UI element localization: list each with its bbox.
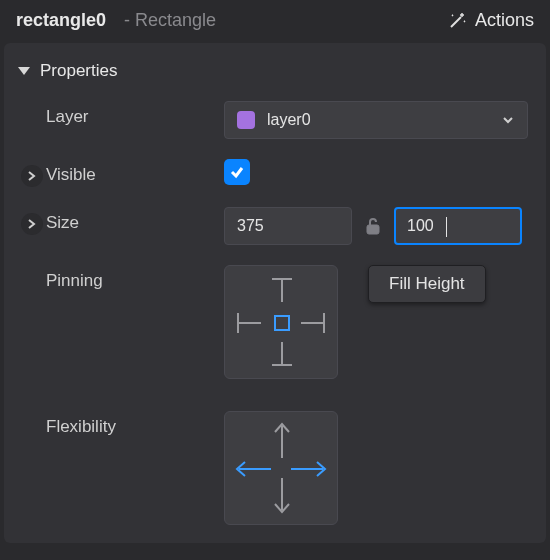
disclosure-triangle-icon [18, 67, 30, 75]
pin-left-icon [239, 322, 261, 324]
chevron-down-icon [501, 113, 515, 127]
size-label: Size [46, 207, 224, 233]
lock-aspect-toggle[interactable] [364, 215, 382, 237]
pinning-widget[interactable] [224, 265, 338, 379]
magic-wand-icon [447, 11, 467, 31]
section-toggle-properties[interactable]: Properties [4, 51, 546, 91]
flex-right-arrow-icon [289, 460, 329, 478]
actions-label: Actions [475, 10, 534, 31]
layer-label: Layer [46, 101, 224, 127]
size-width-value: 375 [237, 217, 264, 235]
flex-up-arrow-icon [273, 420, 291, 460]
visible-checkbox[interactable] [224, 159, 250, 185]
object-type: - Rectangle [124, 10, 216, 31]
flex-down-arrow-icon [273, 476, 291, 516]
size-width-input[interactable]: 375 [224, 207, 352, 245]
section-title: Properties [40, 61, 117, 81]
size-height-input[interactable]: 100 [394, 207, 522, 245]
svg-rect-0 [367, 225, 379, 234]
pinning-label: Pinning [46, 265, 224, 291]
actions-button[interactable]: Actions [447, 10, 534, 31]
properties-panel: Properties Layer layer0 Visible [4, 43, 546, 543]
layer-color-swatch [237, 111, 255, 129]
pin-center-icon [274, 315, 290, 331]
property-action-size[interactable] [21, 213, 43, 235]
fill-height-label: Fill Height [389, 274, 465, 294]
flex-left-arrow-icon [233, 460, 273, 478]
visible-label: Visible [46, 159, 224, 185]
size-height-value: 100 [407, 217, 434, 235]
fill-height-button[interactable]: Fill Height [368, 265, 486, 303]
layer-selected-name: layer0 [267, 111, 489, 129]
property-action-visible[interactable] [21, 165, 43, 187]
object-name[interactable]: rectangle0 [16, 10, 106, 31]
flexibility-widget[interactable] [224, 411, 338, 525]
layer-dropdown[interactable]: layer0 [224, 101, 528, 139]
pin-bottom-icon [281, 342, 283, 364]
pin-top-icon [281, 280, 283, 302]
flexibility-label: Flexibility [46, 411, 224, 437]
text-caret [446, 217, 447, 237]
pin-right-icon [301, 322, 323, 324]
